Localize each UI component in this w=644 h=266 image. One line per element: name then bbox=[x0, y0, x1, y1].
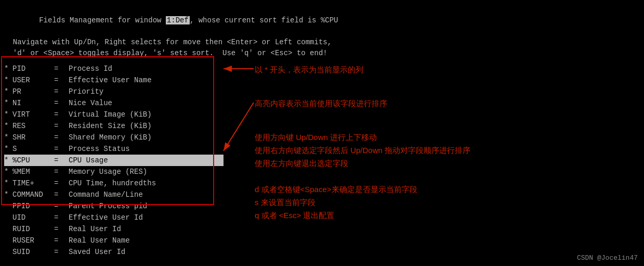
field-equals: = bbox=[54, 179, 69, 187]
field-description: CPU Usage bbox=[69, 156, 108, 164]
field-equals: = bbox=[54, 145, 69, 153]
header-line-1: Fields Management for window 1:Def, whos… bbox=[4, 4, 224, 37]
field-star: * bbox=[4, 122, 12, 130]
field-equals: = bbox=[54, 168, 69, 176]
field-star: * bbox=[4, 168, 12, 176]
field-row: RUID = Real User Id bbox=[4, 223, 224, 235]
header-pre: Fields Management for window bbox=[39, 16, 166, 24]
field-equals: = bbox=[54, 110, 69, 119]
field-equals: = bbox=[54, 213, 69, 222]
field-name: RUID bbox=[12, 225, 54, 233]
field-row: *%MEM = Memory Usage (RES) bbox=[4, 166, 224, 178]
field-name: NI bbox=[12, 99, 54, 107]
field-name: TIME+ bbox=[12, 179, 54, 187]
field-name: S bbox=[12, 145, 54, 153]
header-line-3: 'd' or <Space> toggles display, 's' sets… bbox=[4, 48, 224, 59]
field-equals: = bbox=[54, 87, 69, 96]
field-equals: = bbox=[54, 65, 69, 73]
field-star: * bbox=[4, 156, 12, 164]
field-name: SHR bbox=[12, 133, 54, 142]
field-description: CPU Time, hundredths bbox=[69, 179, 156, 187]
field-description: Command Name/Line bbox=[69, 191, 143, 199]
field-row: *NI = Nice Value bbox=[4, 97, 224, 109]
field-equals: = bbox=[54, 191, 69, 199]
field-row: *S = Process Status bbox=[4, 143, 224, 155]
field-name: VIRT bbox=[12, 110, 54, 119]
field-name: PID bbox=[12, 65, 54, 73]
watermark: CSDN @Jocelin47 bbox=[577, 254, 638, 262]
field-star: * bbox=[4, 76, 12, 84]
field-description: Parent Process pid bbox=[69, 202, 147, 210]
header-section: Fields Management for window 1:Def, whos… bbox=[4, 4, 224, 59]
field-description: Real User Name bbox=[69, 236, 130, 245]
field-description: Shared Memory (KiB) bbox=[69, 133, 152, 142]
field-description: Effective User Id bbox=[69, 213, 143, 222]
right-panel: 以 * 开头，表示为当前显示的列高亮内容表示当前使用该字段进行排序使用方向键 U… bbox=[224, 0, 644, 266]
field-equals: = bbox=[54, 133, 69, 142]
field-equals: = bbox=[54, 156, 69, 164]
ann4_3: q 或者 <Esc> 退出配置 bbox=[255, 208, 334, 222]
field-star: * bbox=[4, 65, 12, 73]
field-list: *PID = Process Id*USER = Effective User … bbox=[4, 63, 224, 258]
field-star: * bbox=[4, 99, 12, 107]
field-row: *VIRT = Virtual Image (KiB) bbox=[4, 109, 224, 120]
field-description: Resident Size (KiB) bbox=[69, 122, 152, 130]
ann3_1: 使用方向键 Up/Down 进行上下移动 bbox=[255, 130, 377, 144]
header-line-2: Navigate with Up/Dn, Right selects for m… bbox=[4, 37, 224, 48]
field-description: Virtual Image (KiB) bbox=[69, 110, 152, 119]
main-container: Fields Management for window 1:Def, whos… bbox=[0, 0, 644, 266]
ann3_3: 使用左方向键退出选定字段 bbox=[255, 156, 348, 170]
field-equals: = bbox=[54, 236, 69, 245]
field-row: *RES = Resident Size (KiB) bbox=[4, 120, 224, 132]
field-name: PR bbox=[12, 87, 54, 96]
field-name: COMMAND bbox=[12, 191, 54, 199]
field-row: RUSER = Real User Name bbox=[4, 235, 224, 246]
field-equals: = bbox=[54, 248, 69, 256]
ann2: 高亮内容表示当前使用该字段进行排序 bbox=[255, 96, 387, 110]
field-name: RES bbox=[12, 122, 54, 130]
field-name: SUID bbox=[12, 248, 54, 256]
ann3_2: 使用右方向键选定字段然后 Up/Down 拖动对字段顺序进行排序 bbox=[255, 143, 470, 157]
field-row: UID = Effective User Id bbox=[4, 212, 224, 223]
field-row: *PID = Process Id bbox=[4, 63, 224, 74]
field-row: *TIME+ = CPU Time, hundredths bbox=[4, 178, 224, 189]
field-star: * bbox=[4, 179, 12, 187]
field-row: *SHR = Shared Memory (KiB) bbox=[4, 132, 224, 143]
field-row: *%CPU = CPU Usage bbox=[4, 155, 224, 166]
field-row: PPID = Parent Process pid bbox=[4, 200, 224, 212]
field-equals: = bbox=[54, 122, 69, 130]
field-description: Effective User Name bbox=[69, 76, 152, 84]
field-star: * bbox=[4, 110, 12, 119]
header-highlight: 1:Def bbox=[166, 16, 190, 24]
field-star: * bbox=[4, 145, 12, 153]
field-row: SUID = Saved User Id bbox=[4, 246, 224, 258]
left-panel: Fields Management for window 1:Def, whos… bbox=[0, 0, 224, 266]
ann1: 以 * 开头，表示为当前显示的列 bbox=[255, 62, 363, 77]
field-name: %MEM bbox=[12, 168, 54, 176]
field-description: Nice Value bbox=[69, 99, 112, 107]
field-star: * bbox=[4, 133, 12, 142]
ann4_2: s 来设置当前字段 bbox=[255, 195, 316, 209]
field-description: Priority bbox=[69, 87, 103, 96]
field-name: %CPU bbox=[12, 156, 54, 164]
field-name: RUSER bbox=[12, 236, 54, 245]
field-star: * bbox=[4, 87, 12, 96]
field-row: *COMMAND = Command Name/Line bbox=[4, 189, 224, 200]
field-description: Real User Id bbox=[69, 225, 121, 233]
field-row: *USER = Effective User Name bbox=[4, 74, 224, 86]
ann4_1: d 或者空格键<Space>来确定是否显示当前字段 bbox=[255, 182, 417, 196]
field-description: Process Status bbox=[69, 145, 130, 153]
field-name: UID bbox=[12, 213, 54, 222]
field-equals: = bbox=[54, 99, 69, 107]
field-name: PPID bbox=[12, 202, 54, 210]
field-description: Memory Usage (RES) bbox=[69, 168, 147, 176]
field-equals: = bbox=[54, 202, 69, 210]
field-star: * bbox=[4, 191, 12, 199]
field-description: Process Id bbox=[69, 65, 112, 73]
field-description: Saved User Id bbox=[69, 248, 125, 256]
field-equals: = bbox=[54, 76, 69, 84]
field-name: USER bbox=[12, 76, 54, 84]
field-row: *PR = Priority bbox=[4, 86, 224, 97]
field-equals: = bbox=[54, 225, 69, 233]
